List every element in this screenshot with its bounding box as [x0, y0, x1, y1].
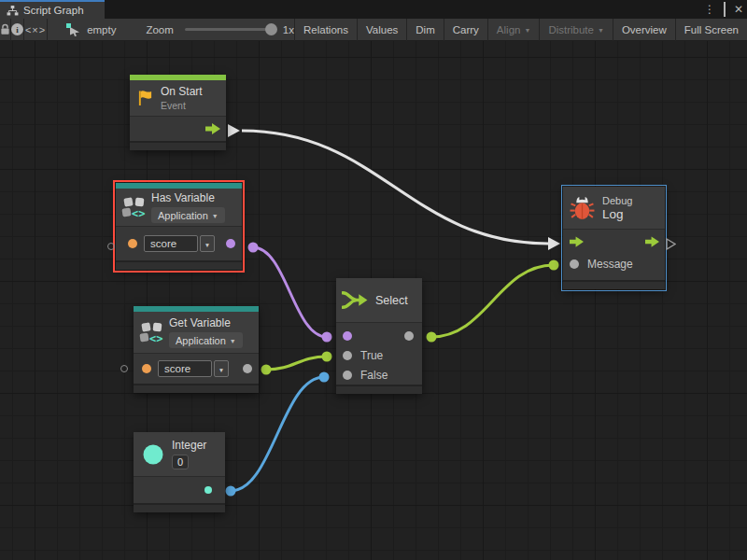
node-integer[interactable]: Integer 0	[134, 432, 225, 512]
node-category: Debug	[602, 195, 632, 206]
name-input-port[interactable]	[128, 239, 137, 248]
variable-name-dropdown-button[interactable]: ▼	[214, 360, 229, 377]
true-input-port[interactable]	[343, 351, 352, 360]
node-subtitle: Event	[161, 100, 203, 111]
wire-getvariable-to-true[interactable]	[266, 357, 327, 370]
wire-hasvariable-to-select-endpoint[interactable]	[322, 332, 332, 343]
kebab-menu-icon[interactable]: ⋮	[704, 0, 715, 19]
chevron-down-icon: ▼	[204, 242, 210, 248]
script-graph-window: Script Graph ⋮ ✕ i <×> e	[0, 0, 747, 560]
brackets-button[interactable]: <×>	[24, 24, 47, 35]
tab-bar: Script Graph ⋮ ✕	[0, 0, 747, 19]
chevron-down-icon: ▼	[212, 213, 218, 219]
message-port-label: Message	[587, 258, 633, 271]
value-output-port[interactable]	[243, 364, 252, 373]
maximize-icon[interactable]	[724, 0, 726, 19]
svg-text:<>: <>	[149, 332, 162, 343]
selection-status-label: empty	[87, 24, 116, 35]
variable-name-dropdown-button[interactable]: ▼	[200, 235, 215, 252]
has-variable-floating-input-port[interactable]	[107, 243, 115, 250]
wire-hasvariable-to-select[interactable]	[253, 247, 327, 337]
integer-value-field[interactable]: 0	[172, 455, 189, 469]
flow-output-port[interactable]	[205, 123, 220, 134]
get-variable-floating-input-port[interactable]	[120, 365, 128, 372]
false-port-label: False	[360, 369, 388, 382]
tab-script-graph[interactable]: Script Graph	[0, 0, 105, 19]
zoom-label: Zoom	[146, 24, 173, 35]
wire-onstart-to-log-arrow[interactable]	[548, 237, 560, 250]
wire-onstart-to-log[interactable]	[242, 131, 548, 244]
result-output-port[interactable]	[226, 239, 235, 248]
overview-button[interactable]: Overview	[613, 19, 675, 41]
zoom-control: Zoom 1x	[146, 24, 294, 35]
full-screen-button[interactable]: Full Screen	[676, 19, 747, 41]
variable-kind-dropdown[interactable]: Application▼	[169, 332, 243, 348]
flag-icon	[137, 90, 153, 106]
node-title: Select	[375, 294, 408, 307]
toolbar: i <×> empty Zoom 1x Relations Values Dim	[0, 19, 747, 41]
node-title: Log	[602, 207, 632, 221]
wire-getvariable-to-true-endpoint[interactable]	[322, 352, 332, 362]
variable-name-field[interactable]: score	[144, 235, 198, 252]
zoom-slider[interactable]	[185, 28, 274, 31]
lock-button[interactable]	[0, 23, 10, 35]
wire-getvariable-to-true-endpoint[interactable]	[261, 365, 272, 375]
message-input-port[interactable]	[570, 259, 579, 269]
variable-icon: <>	[121, 196, 146, 218]
node-title: Get Variable	[169, 316, 243, 329]
chevron-down-icon: ▼	[524, 27, 530, 34]
name-input-port[interactable]	[142, 364, 151, 373]
wire-onstart-to-log-arrow[interactable]	[228, 124, 240, 137]
distribute-dropdown[interactable]: Distribute▼	[540, 19, 613, 41]
node-on-start[interactable]: On Start Event	[130, 75, 226, 150]
graph-canvas[interactable]: On Start Event <>	[0, 41, 747, 560]
wire-hasvariable-to-select-endpoint[interactable]	[248, 243, 259, 253]
flow-input-port[interactable]	[570, 236, 584, 247]
bug-icon	[570, 195, 595, 221]
info-button[interactable]: i	[11, 23, 23, 35]
node-debug-log[interactable]: Debug Log Message	[563, 187, 665, 289]
align-dropdown[interactable]: Align▼	[488, 19, 540, 41]
variable-icon: <>	[139, 321, 163, 343]
value-output-port[interactable]	[204, 486, 212, 494]
brackets-icon: <×>	[25, 24, 46, 35]
window-controls: ⋮ ✕	[704, 0, 743, 19]
node-title: Has Variable	[151, 191, 225, 204]
wire-select-to-message-endpoint[interactable]	[549, 260, 559, 271]
condition-input-port[interactable]	[343, 331, 352, 341]
wire-integer-to-false[interactable]	[231, 377, 324, 491]
wire-integer-to-false-endpoint[interactable]	[319, 372, 330, 383]
pointer-connection-icon	[66, 23, 81, 36]
svg-text:<>: <>	[132, 207, 145, 218]
info-icon: i	[11, 23, 23, 35]
chevron-down-icon: ▼	[598, 27, 604, 34]
node-get-variable[interactable]: <> Get Variable Application▼ score ▼	[134, 306, 259, 393]
false-input-port[interactable]	[343, 371, 352, 380]
node-title: On Start	[161, 85, 203, 98]
dim-button[interactable]: Dim	[407, 19, 443, 41]
node-has-variable[interactable]: <> Has Variable Application▼ score ▼	[116, 183, 242, 270]
selection-output-port[interactable]	[404, 331, 414, 341]
tab-title: Script Graph	[23, 5, 84, 16]
integer-circle-icon	[143, 444, 163, 465]
chevron-down-icon: ▼	[230, 338, 236, 344]
variable-name-field[interactable]: score	[158, 360, 212, 377]
relations-button[interactable]: Relations	[295, 19, 357, 41]
wire-select-to-message[interactable]	[431, 265, 554, 337]
wire-integer-to-false-endpoint[interactable]	[226, 486, 236, 497]
close-icon[interactable]: ✕	[734, 0, 743, 19]
chevron-down-icon: ▼	[218, 367, 224, 373]
node-select[interactable]: Select True False	[336, 278, 422, 394]
wire-select-to-message-endpoint[interactable]	[427, 332, 437, 343]
debug-log-unconnected-flow-port[interactable]	[666, 238, 676, 250]
selection-status: empty	[66, 23, 116, 36]
flow-output-port[interactable]	[645, 236, 659, 247]
values-button[interactable]: Values	[358, 19, 406, 41]
node-title: Integer	[172, 439, 206, 452]
zoom-value: 1x	[283, 24, 294, 35]
graph-icon	[7, 6, 19, 16]
variable-kind-dropdown[interactable]: Application▼	[151, 207, 225, 223]
carry-button[interactable]: Carry	[444, 19, 487, 41]
zoom-slider-handle[interactable]	[265, 23, 277, 35]
lock-icon	[0, 23, 10, 35]
